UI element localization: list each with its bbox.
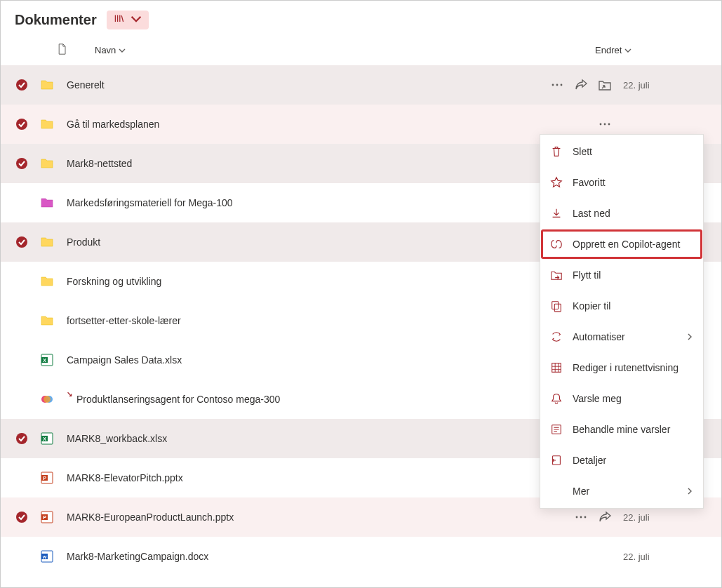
row-select-check[interactable] [15,78,29,92]
context-menu-label: Detaljer [573,455,693,466]
folder-icon [40,156,55,171]
context-menu-item[interactable]: Behandle mine varsler [540,414,703,445]
page-header: Dokumenter [1,1,721,42]
file-name[interactable]: MARK8-ElevatorPitch.pptx [67,472,530,483]
file-name[interactable]: Mark8-MarketingCampaign.docx [67,551,530,562]
automate-icon [550,330,563,343]
page-title: Dokumenter [15,12,97,28]
context-menu-label: Slett [573,146,693,157]
word-icon [40,549,55,563]
file-row[interactable]: Generelt22. juli [1,65,721,105]
file-name[interactable]: Mark8-nettsted [67,158,530,169]
context-menu-item[interactable]: Automatiser [540,321,703,352]
context-menu-label: Automatiser [573,331,676,342]
row-select-check[interactable] [15,353,29,367]
folder-icon [40,196,55,210]
context-menu-item[interactable]: Favoritt [540,167,703,198]
shortcut-button[interactable] [598,78,612,92]
row-select-check[interactable] [15,235,29,249]
row-actions [542,117,612,131]
ppt-icon [40,471,55,485]
context-menu-label: Varsle meg [573,393,693,404]
chevron-down-icon [131,13,142,27]
row-select-check[interactable] [15,549,29,563]
folder-icon [40,235,55,249]
file-name[interactable]: Generelt [67,79,530,91]
row-select-check[interactable] [15,117,29,131]
ppt-icon [40,510,55,524]
context-menu-label: Rediger i rutenettvisning [573,362,693,373]
star-icon [550,176,563,189]
row-select-check[interactable] [15,156,29,171]
file-name[interactable]: Campaign Sales Data.xlsx [67,354,530,366]
column-header-name[interactable]: Navn [95,45,126,55]
row-select-check[interactable] [15,432,29,446]
row-select-check[interactable] [15,314,29,328]
row-select-check[interactable] [15,471,29,485]
file-name[interactable]: Gå til markedsplanen [67,119,530,130]
document-icon [57,42,68,58]
context-menu-label: Last ned [573,208,693,219]
copilot-icon [550,238,563,250]
context-menu: SlettFavorittLast nedOpprett en Copilot-… [540,134,704,509]
context-menu-item[interactable]: Detaljer [540,445,703,476]
chevron-right-icon [686,486,693,497]
context-menu-label: Favoritt [573,177,693,188]
share-button[interactable] [598,510,612,524]
copilot-icon [40,392,55,406]
library-icon [114,13,125,27]
view-switcher-pill[interactable] [107,11,149,29]
modified-date: 22. juli [623,552,707,562]
row-actions [542,78,612,92]
column-headers: Navn Endret [1,42,721,65]
file-name[interactable]: ↘Produktlanseringsagent for Contoso mega… [67,394,530,405]
context-menu-item[interactable]: Slett [540,136,703,167]
context-menu-label: Kopier til [573,300,693,312]
row-select-check[interactable] [15,510,29,524]
folder-icon [40,117,55,131]
chevron-down-icon [624,47,631,54]
row-actions [542,510,612,524]
more-actions-button[interactable] [574,510,588,524]
context-menu-item[interactable]: Rediger i rutenettvisning [540,352,703,383]
column-header-modified[interactable]: Endret [595,45,707,55]
share-button[interactable] [574,78,588,92]
context-menu-item[interactable]: Last ned [540,198,703,229]
file-name[interactable]: Markedsføringsmateriell for Mega-100 [67,197,530,208]
trash-icon [550,145,563,158]
chevron-down-icon [119,47,126,54]
moveto-icon [550,269,563,281]
file-name[interactable]: Produkt [67,236,530,248]
modified-date: 22. juli [623,80,707,91]
row-select-check[interactable] [15,274,29,288]
shortcut-badge: ↘ [67,390,72,398]
file-name[interactable]: fortsetter-etter-skole-lærer [67,315,530,326]
context-menu-label: Mer [573,486,676,497]
manage-icon [550,423,563,436]
context-menu-item[interactable]: Opprett en Copilot-agent [540,229,703,260]
row-select-check[interactable] [15,196,29,210]
folder-icon [40,314,55,328]
blank-icon [550,485,563,497]
file-name[interactable]: MARK8_workback.xlsx [67,433,530,444]
context-menu-label: Behandle mine varsler [573,424,693,435]
file-name[interactable]: MARK8-EuropeanProductLaunch.pptx [67,512,530,523]
context-menu-item[interactable]: Varsle meg [540,383,703,414]
folder-icon [40,78,55,92]
row-select-check[interactable] [15,392,29,406]
grid-icon [550,361,563,374]
folder-icon [40,274,55,288]
context-menu-label: Flytt til [573,269,693,281]
chevron-right-icon [686,331,693,342]
context-menu-item[interactable]: Mer [540,476,703,507]
download-icon [550,207,563,220]
excel-icon [40,353,55,367]
file-name[interactable]: Forskning og utvikling [67,276,530,287]
more-actions-button[interactable] [598,117,612,131]
file-row[interactable]: Mark8-MarketingCampaign.docx22. juli [1,537,721,576]
more-actions-button[interactable] [550,78,564,92]
context-menu-item[interactable]: Kopier til [540,290,703,321]
bell-icon [550,392,563,405]
copyto-icon [550,300,563,312]
context-menu-item[interactable]: Flytt til [540,260,703,290]
